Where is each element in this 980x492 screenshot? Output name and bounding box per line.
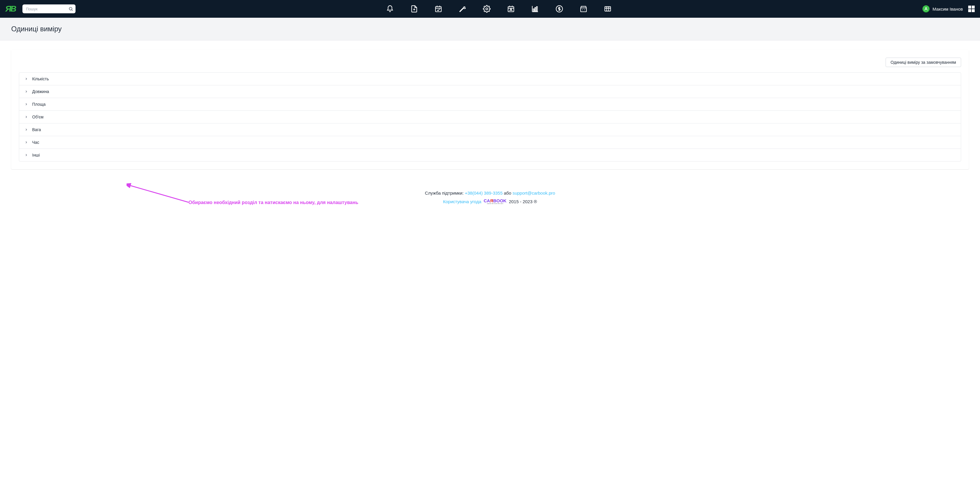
chevron-right-icon: [24, 153, 28, 157]
accordion-row-quantity[interactable]: Кількість: [19, 73, 961, 85]
accordion-label: Площа: [32, 102, 45, 107]
svg-point-8: [486, 8, 488, 10]
apps-grid-icon[interactable]: [968, 6, 975, 12]
accordion-row-time[interactable]: Час: [19, 136, 961, 149]
content: Одиниці виміру за замовчуванням Кількіст…: [0, 40, 980, 179]
accordion-label: Кількість: [32, 77, 49, 81]
calendar-user-icon[interactable]: [507, 5, 515, 13]
accordion-row-area[interactable]: Площа: [19, 98, 961, 111]
chevron-right-icon: [24, 115, 28, 119]
carbook-logo: CAЯBOOK cause we love the cars: [484, 198, 506, 204]
footer-or: або: [504, 190, 511, 195]
store-icon[interactable]: [580, 5, 587, 13]
accordion-row-other[interactable]: Інші: [19, 149, 961, 161]
svg-rect-17: [535, 8, 536, 11]
table-icon[interactable]: [604, 5, 611, 13]
accordion: Кількість Довжина Площа Об'єм Вага Час: [19, 72, 961, 161]
topbar: ЯB Максим Іванов: [0, 0, 980, 18]
chevron-right-icon: [24, 90, 28, 93]
bar-chart-icon[interactable]: [531, 5, 539, 13]
accordion-label: Об'єм: [32, 115, 43, 119]
svg-line-1: [72, 10, 73, 11]
svg-rect-4: [436, 6, 442, 11]
svg-rect-20: [605, 6, 611, 11]
file-plus-icon[interactable]: [410, 5, 418, 13]
gear-icon[interactable]: [483, 5, 491, 13]
accordion-row-length[interactable]: Довжина: [19, 85, 961, 98]
svg-rect-18: [537, 6, 538, 11]
footer-agreement-link[interactable]: Користувача угода: [443, 199, 482, 204]
dollar-icon[interactable]: [555, 5, 563, 13]
accordion-label: Довжина: [32, 89, 49, 94]
user-name: Максим Іванов: [932, 6, 963, 11]
search-wrap: [22, 5, 76, 13]
chevron-right-icon: [24, 141, 28, 144]
card: Одиниці виміру за замовчуванням Кількіст…: [11, 50, 969, 169]
footer-support-label: Служба підтримки:: [425, 190, 463, 195]
calendar-check-icon[interactable]: [434, 5, 442, 13]
accordion-row-volume[interactable]: Об'єм: [19, 111, 961, 123]
footer-copyright: 2015 - 2023 ®: [509, 199, 537, 204]
app-logo: ЯB: [5, 4, 18, 14]
user-area[interactable]: Максим Іванов: [923, 5, 975, 13]
footer-bottom-line: Користувача угода CAЯBOOK cause we love …: [6, 198, 974, 204]
page-title: Одиниці виміру: [11, 25, 969, 33]
search-input[interactable]: [22, 5, 76, 13]
wrench-icon[interactable]: [459, 5, 466, 13]
svg-point-0: [69, 7, 72, 10]
nav-icons: [80, 5, 918, 13]
accordion-label: Вага: [32, 127, 41, 132]
page-header: Одиниці виміру: [0, 18, 980, 40]
footer-phone-link[interactable]: +38(044) 389-3355: [465, 190, 503, 195]
footer-email-link[interactable]: support@carbook.pro: [512, 190, 555, 195]
bell-icon[interactable]: [386, 5, 394, 13]
footer-support-line: Служба підтримки: +38(044) 389-3355 або …: [6, 190, 974, 195]
search-icon[interactable]: [68, 6, 74, 12]
chevron-right-icon: [24, 102, 28, 106]
accordion-row-weight[interactable]: Вага: [19, 123, 961, 136]
avatar: [923, 5, 929, 13]
chevron-right-icon: [24, 128, 28, 131]
svg-rect-16: [533, 9, 534, 11]
card-actions: Одиниці виміру за замовчуванням: [19, 58, 961, 67]
chevron-right-icon: [24, 77, 28, 81]
footer: Служба підтримки: +38(044) 389-3355 або …: [0, 179, 980, 222]
svg-point-24: [926, 7, 927, 9]
accordion-label: Час: [32, 140, 39, 145]
accordion-label: Інші: [32, 153, 40, 157]
default-units-button[interactable]: Одиниці виміру за замовчуванням: [886, 58, 961, 67]
